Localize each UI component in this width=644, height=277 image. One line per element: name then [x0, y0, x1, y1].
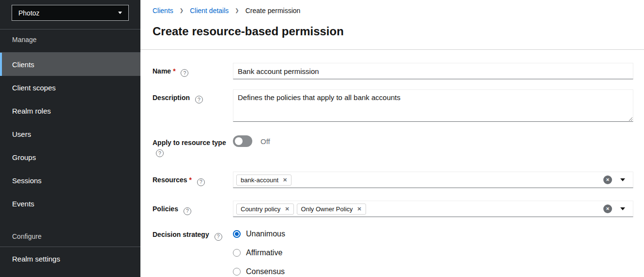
- form-row-resources: Resources* ? bank-account ✕ ✕: [153, 172, 633, 188]
- sidebar-item-realm-roles[interactable]: Realm roles: [0, 99, 140, 122]
- help-icon[interactable]: ?: [195, 96, 203, 103]
- field-actions: ✕: [603, 175, 625, 184]
- resources-label: Resources* ?: [153, 172, 233, 188]
- description-label-text: Description: [153, 94, 190, 102]
- decision-strategy-label: Decision strategy ?: [153, 226, 233, 277]
- radio-icon-affirmative[interactable]: [233, 249, 241, 257]
- sidebar-item-realm-settings[interactable]: Realm settings: [0, 247, 140, 270]
- form-row-description: Description ? Defines the policies that …: [153, 89, 633, 124]
- close-icon[interactable]: ✕: [285, 206, 289, 212]
- clear-all-icon[interactable]: ✕: [603, 204, 612, 213]
- resources-label-text: Resources: [153, 176, 187, 184]
- chip-country-policy: Country policy ✕: [236, 204, 294, 215]
- chip-label: Country policy: [241, 205, 280, 213]
- apply-to-resource-type-label-text: Apply to resource type: [153, 139, 226, 146]
- radio-option-affirmative[interactable]: Affirmative: [233, 248, 633, 257]
- help-icon[interactable]: ?: [156, 149, 164, 157]
- name-input[interactable]: [233, 63, 633, 79]
- radio-option-consensus[interactable]: Consensus: [233, 267, 633, 276]
- description-label: Description ?: [153, 89, 233, 124]
- breadcrumb-link-client-details[interactable]: Client details: [190, 7, 229, 15]
- chevron-down-icon: [118, 12, 122, 14]
- policies-multiselect[interactable]: Country policy ✕ Only Owner Policy ✕ ✕: [233, 201, 633, 217]
- clear-all-icon[interactable]: ✕: [603, 175, 612, 184]
- decision-strategy-label-text: Decision strategy: [153, 231, 209, 238]
- sidebar-item-events[interactable]: Events: [0, 192, 140, 215]
- field-actions: ✕: [603, 204, 625, 213]
- nav-section-manage: Manage: [0, 29, 140, 52]
- chip-label: Only Owner Policy: [301, 205, 353, 213]
- radio-option-unanimous[interactable]: Unanimous: [233, 230, 633, 238]
- help-icon[interactable]: ?: [181, 69, 188, 77]
- resources-field-wrap: bank-account ✕ ✕: [233, 172, 633, 188]
- policies-label-text: Policies: [153, 205, 178, 213]
- radio-icon-consensus[interactable]: [233, 268, 241, 276]
- help-icon[interactable]: ?: [184, 207, 191, 215]
- name-field-wrap: [233, 63, 633, 79]
- radio-icon-unanimous[interactable]: [233, 230, 241, 238]
- breadcrumb-current: Create permission: [245, 7, 301, 15]
- required-asterisk: *: [173, 67, 175, 75]
- apply-to-resource-type-label: Apply to resource type ?: [153, 134, 233, 157]
- close-icon[interactable]: ✕: [283, 177, 287, 183]
- toggle-knob: [235, 137, 243, 145]
- main-content: Clients ❯ Client details ❯ Create permis…: [140, 0, 644, 277]
- required-asterisk: *: [189, 176, 192, 184]
- realm-selector[interactable]: Photoz: [12, 5, 129, 21]
- sidebar-nav: Clients Client scopes Realm roles Users …: [0, 53, 140, 215]
- create-permission-form: Name* ? Description ? Defines the polici…: [140, 50, 644, 277]
- resources-multiselect[interactable]: bank-account ✕ ✕: [233, 172, 633, 188]
- resources-chips: bank-account ✕: [236, 175, 291, 186]
- description-textarea[interactable]: Defines the policies that apply to all b…: [233, 89, 633, 122]
- sidebar-item-client-scopes[interactable]: Client scopes: [0, 76, 140, 99]
- help-icon[interactable]: ?: [215, 233, 222, 241]
- form-row-policies: Policies ? Country policy ✕ Only Owner P…: [153, 201, 633, 217]
- description-field-wrap: Defines the policies that apply to all b…: [233, 89, 633, 124]
- apply-to-resource-type-field: Off: [233, 134, 633, 157]
- radio-label: Affirmative: [246, 248, 282, 257]
- chip-bank-account: bank-account ✕: [236, 175, 291, 186]
- name-label-text: Name: [153, 67, 171, 75]
- breadcrumb-link-clients[interactable]: Clients: [153, 7, 173, 15]
- chip-only-owner-policy: Only Owner Policy ✕: [297, 204, 366, 215]
- page-title: Create resource-based permission: [153, 24, 644, 38]
- radio-label: Unanimous: [246, 230, 285, 238]
- name-label: Name* ?: [153, 63, 233, 79]
- sidebar: Photoz Manage Clients Client scopes Real…: [0, 0, 140, 277]
- sidebar-item-clients[interactable]: Clients: [0, 53, 140, 76]
- breadcrumb: Clients ❯ Client details ❯ Create permis…: [140, 0, 644, 15]
- chevron-right-icon: ❯: [180, 7, 184, 14]
- form-row-apply-to-resource-type: Apply to resource type ? Off: [153, 134, 633, 157]
- nav-section-configure: Configure: [0, 215, 140, 247]
- sidebar-item-sessions[interactable]: Sessions: [0, 169, 140, 192]
- help-icon[interactable]: ?: [197, 178, 205, 186]
- caret-down-icon[interactable]: [620, 178, 625, 181]
- policies-field-wrap: Country policy ✕ Only Owner Policy ✕ ✕: [233, 201, 633, 217]
- form-row-decision-strategy: Decision strategy ? Unanimous Affirmativ…: [153, 226, 633, 277]
- form-row-name: Name* ?: [153, 63, 633, 79]
- radio-label: Consensus: [246, 267, 285, 276]
- close-icon[interactable]: ✕: [357, 206, 362, 212]
- chevron-right-icon: ❯: [235, 7, 239, 14]
- realm-selector-label: Photoz: [18, 9, 40, 17]
- policies-label: Policies ?: [153, 201, 233, 217]
- policies-chips: Country policy ✕ Only Owner Policy ✕: [236, 204, 366, 215]
- chip-label: bank-account: [241, 176, 278, 184]
- switch-wrap: Off: [233, 134, 633, 147]
- apply-to-resource-type-toggle[interactable]: [233, 135, 252, 147]
- sidebar-item-groups[interactable]: Groups: [0, 146, 140, 169]
- toggle-state-label: Off: [261, 137, 270, 146]
- caret-down-icon[interactable]: [620, 207, 625, 210]
- sidebar-item-users[interactable]: Users: [0, 122, 140, 146]
- decision-strategy-options: Unanimous Affirmative Consensus: [233, 226, 633, 277]
